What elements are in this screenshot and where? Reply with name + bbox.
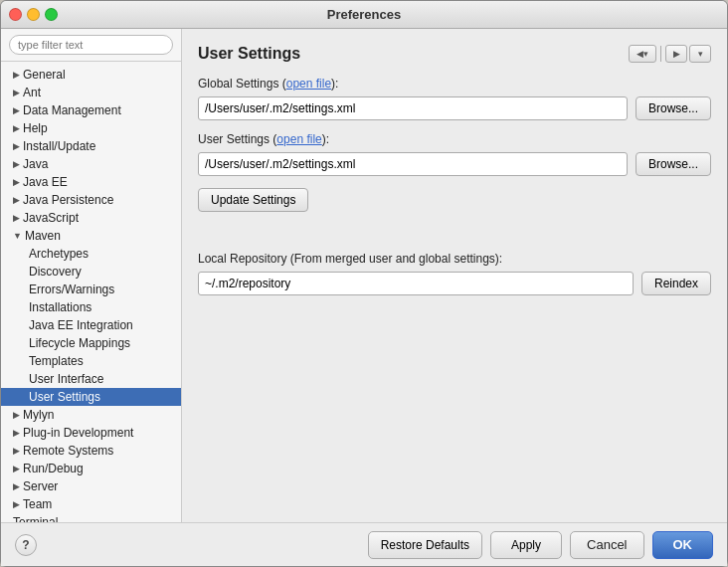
sidebar-item-label: Java EE [23,175,68,189]
sidebar-item-label: JavaScript [23,211,79,225]
sidebar-item-mylyn[interactable]: ▶ Mylyn [1,406,181,424]
sidebar-item-label: Help [23,121,48,135]
forward-icon: ▶ [673,49,680,59]
apply-button[interactable]: Apply [490,531,562,559]
sidebar-item-label: Ant [23,86,41,99]
panel-header: User Settings ◀ ▾ ▶ ▾ [198,45,711,63]
cancel-button[interactable]: Cancel [570,531,643,559]
sidebar-item-archetypes[interactable]: Archetypes [1,245,181,263]
sidebar-item-label: Errors/Warnings [29,283,114,296]
sidebar-item-label: Remote Systems [23,444,113,458]
traffic-lights [9,8,58,21]
sidebar-item-help[interactable]: ▶ Help [1,119,181,137]
sidebar-item-label: Java [23,157,48,171]
triangle-icon: ▶ [13,123,20,133]
sidebar-item-label: Server [23,479,58,493]
bottom-left: ? [15,534,37,556]
close-button[interactable] [9,8,22,21]
main-content: ▶ General ▶ Ant ▶ Data Management ▶ Help [1,29,727,522]
global-settings-link[interactable]: open file [286,77,331,91]
sidebar-item-java-ee[interactable]: ▶ Java EE [1,173,181,191]
triangle-icon: ▶ [13,141,20,151]
update-settings-wrap: Update Settings [198,188,711,232]
sidebar-item-label: General [23,68,66,82]
back-icon: ◀ [637,49,643,59]
help-button[interactable]: ? [15,534,37,556]
sidebar-item-java[interactable]: ▶ Java [1,155,181,173]
back-forward-button[interactable]: ◀ ▾ [629,45,656,63]
filter-input[interactable] [9,35,173,55]
sidebar-item-java-ee-integration[interactable]: Java EE Integration [1,316,181,334]
minimize-button[interactable] [27,8,40,21]
right-panel: User Settings ◀ ▾ ▶ ▾ Globa [182,29,727,522]
maximize-button[interactable] [45,8,58,21]
user-settings-browse-button[interactable]: Browse... [636,152,711,176]
global-settings-input[interactable] [198,96,628,120]
sidebar-item-label: Templates [29,354,84,368]
reindex-button[interactable]: Reindex [641,272,711,295]
bottom-bar: ? Restore Defaults Apply Cancel OK [1,522,727,566]
sidebar-item-errors-warnings[interactable]: Errors/Warnings [1,281,181,298]
triangle-icon: ▶ [13,105,20,115]
local-repo-input[interactable] [198,272,634,295]
triangle-icon: ▶ [13,195,20,205]
sidebar-item-server[interactable]: ▶ Server [1,477,181,495]
sidebar-item-data-management[interactable]: ▶ Data Management [1,101,181,119]
sidebar-item-user-interface[interactable]: User Interface [1,370,181,388]
sidebar-item-maven[interactable]: ▼ Maven [1,227,181,245]
filter-wrap [1,29,181,62]
forward-button[interactable]: ▶ [665,45,687,63]
sidebar-item-terminal[interactable]: Terminal [1,513,181,522]
sidebar: ▶ General ▶ Ant ▶ Data Management ▶ Help [1,29,182,522]
sidebar-item-install-update[interactable]: ▶ Install/Update [1,137,181,155]
sidebar-item-label: Installations [29,300,91,314]
sidebar-item-team[interactable]: ▶ Team [1,495,181,513]
sidebar-item-installations[interactable]: Installations [1,298,181,316]
sidebar-item-user-settings[interactable]: User Settings [1,388,181,406]
sidebar-item-label: User Settings [29,390,100,404]
sidebar-item-ant[interactable]: ▶ Ant [1,84,181,101]
user-settings-link[interactable]: open file [276,132,321,146]
triangle-icon: ▶ [13,410,20,420]
global-settings-text: Global Settings ( [198,77,286,91]
sidebar-item-plugin-development[interactable]: ▶ Plug-in Development [1,424,181,442]
panel-title: User Settings [198,45,300,63]
sidebar-item-java-persistence[interactable]: ▶ Java Persistence [1,191,181,209]
global-settings-label: Global Settings (open file): [198,77,711,91]
sidebar-item-general[interactable]: ▶ General [1,66,181,84]
sidebar-item-label: Maven [25,229,61,243]
global-settings-browse-button[interactable]: Browse... [636,96,711,120]
preferences-window: Preferences ▶ General ▶ Ant [0,0,728,567]
dropdown-icon: ▾ [698,49,703,59]
sidebar-item-label: Data Management [23,103,121,117]
bottom-right: Restore Defaults Apply Cancel OK [368,531,713,559]
sidebar-item-remote-systems[interactable]: ▶ Remote Systems [1,442,181,460]
update-settings-button[interactable]: Update Settings [198,188,308,212]
user-settings-text: User Settings ( [198,132,276,146]
local-repo-label: Local Repository (From merged user and g… [198,252,711,266]
menu-button[interactable]: ▾ [689,45,711,63]
user-settings-row: Browse... [198,152,711,176]
triangle-icon: ▶ [13,177,20,187]
sidebar-item-discovery[interactable]: Discovery [1,263,181,281]
title-bar: Preferences [1,1,727,29]
global-settings-row: Browse... [198,96,711,120]
global-settings-suffix: ): [331,77,338,91]
triangle-icon: ▶ [13,481,20,491]
ok-button[interactable]: OK [652,531,714,559]
sidebar-item-lifecycle-mappings[interactable]: Lifecycle Mappings [1,334,181,352]
nav-buttons: ◀ ▾ ▶ ▾ [629,45,711,63]
user-settings-label: User Settings (open file): [198,132,711,146]
dropdown-icon: ▾ [643,49,648,59]
sidebar-item-run-debug[interactable]: ▶ Run/Debug [1,460,181,477]
restore-defaults-button[interactable]: Restore Defaults [368,531,482,559]
sidebar-item-label: Run/Debug [23,462,84,475]
tree-container: ▶ General ▶ Ant ▶ Data Management ▶ Help [1,62,181,522]
sidebar-item-label: Install/Update [23,139,95,153]
triangle-icon: ▶ [13,446,20,456]
sidebar-item-javascript[interactable]: ▶ JavaScript [1,209,181,227]
triangle-icon: ▶ [13,428,20,438]
sidebar-item-templates[interactable]: Templates [1,352,181,370]
triangle-icon: ▶ [13,70,20,80]
user-settings-input[interactable] [198,152,628,176]
